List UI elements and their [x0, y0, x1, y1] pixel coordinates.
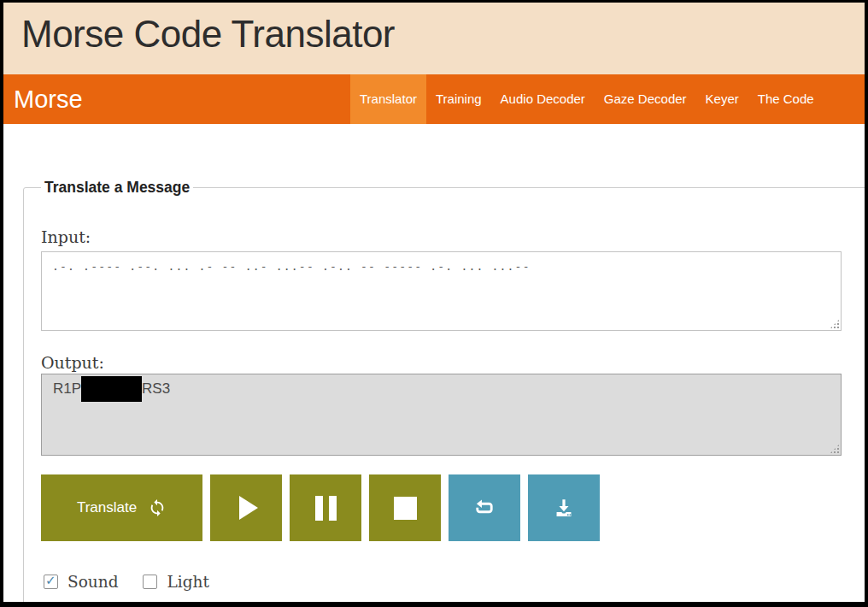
- play-icon: [239, 496, 258, 520]
- repeat-button[interactable]: [449, 474, 520, 541]
- output-text-after: RS3: [142, 380, 170, 398]
- controls-row: Translate: [41, 474, 868, 541]
- main-navbar: Morse Translator Training Audio Decoder …: [3, 74, 865, 124]
- output-textarea: R1P RS3: [41, 374, 842, 456]
- sound-label: Sound: [67, 573, 118, 591]
- output-text-before: R1P: [53, 380, 81, 398]
- light-label: Light: [167, 573, 208, 591]
- translate-button[interactable]: Translate: [41, 474, 202, 541]
- translate-message-section: Translate a Message Input: .-. .---- .--…: [23, 179, 868, 607]
- translate-button-label: Translate: [77, 499, 137, 516]
- nav-item-gaze-decoder[interactable]: Gaze Decoder: [595, 74, 696, 124]
- redaction-box: [81, 376, 142, 402]
- nav-item-translator[interactable]: Translator: [350, 74, 426, 124]
- repeat-icon: [473, 497, 496, 519]
- download-button[interactable]: [528, 474, 600, 541]
- stop-button[interactable]: [369, 474, 441, 541]
- output-text-line: R1P RS3: [53, 376, 841, 402]
- output-wrap: R1P RS3: [41, 374, 842, 456]
- site-header: Morse Code Translator: [3, 3, 865, 74]
- nav-item-the-code[interactable]: The Code: [748, 74, 824, 124]
- options-row: Sound Light: [41, 573, 868, 591]
- sound-checkbox[interactable]: [44, 575, 58, 589]
- refresh-icon: [148, 498, 167, 517]
- light-option[interactable]: Light: [140, 573, 208, 591]
- morse-input-textarea[interactable]: .-. .---- .--. ... .- -- ..- ...-- .-.. …: [41, 251, 842, 331]
- sound-option[interactable]: Sound: [41, 573, 118, 591]
- output-label: Output:: [41, 353, 868, 372]
- nav-item-audio-decoder[interactable]: Audio Decoder: [491, 74, 595, 124]
- app-window: Morse Code Translator Morse Translator T…: [0, 0, 868, 607]
- play-button[interactable]: [210, 474, 282, 541]
- page-title: Morse Code Translator: [3, 3, 865, 58]
- nav-item-training[interactable]: Training: [426, 74, 491, 124]
- light-checkbox[interactable]: [143, 575, 157, 589]
- main-content: Translate a Message Input: .-. .---- .--…: [3, 179, 865, 607]
- brand-link[interactable]: Morse: [14, 74, 83, 124]
- download-icon: [553, 497, 575, 519]
- input-label: Input:: [41, 227, 868, 246]
- input-wrap: .-. .---- .--. ... .- -- ..- ...-- .-.. …: [41, 251, 842, 331]
- nav-items: Translator Training Audio Decoder Gaze D…: [350, 74, 824, 124]
- stop-icon: [394, 497, 417, 520]
- nav-item-keyer[interactable]: Keyer: [696, 74, 748, 124]
- pause-icon: [315, 496, 337, 521]
- section-legend: Translate a Message: [41, 179, 193, 197]
- pause-button[interactable]: [290, 474, 361, 541]
